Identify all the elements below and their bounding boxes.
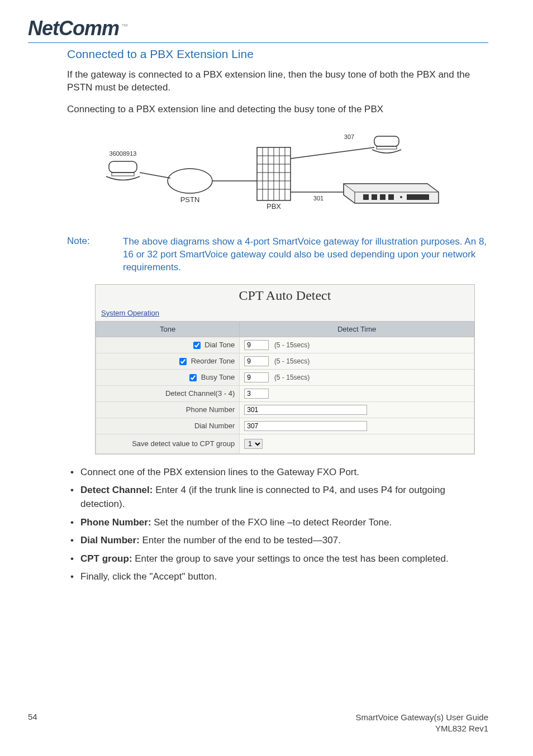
pbx-label: PBX (266, 202, 281, 210)
save-cpt-group-select[interactable]: 1 (244, 439, 263, 449)
section-paragraph-2: Connecting to a PBX extension line and d… (67, 103, 488, 116)
page-number: 54 (28, 712, 37, 734)
cpt-panel-title: CPT Auto Detect (96, 285, 474, 307)
footer-doc-id: YML832 Rev1 (355, 723, 488, 734)
gateway-device-icon (344, 184, 439, 203)
svg-rect-25 (407, 194, 429, 200)
reorder-tone-hint: (5 - 15secs) (274, 357, 310, 365)
dial-number-label: Dial Number (96, 418, 240, 434)
phone-number-input[interactable] (244, 405, 367, 415)
phone-307-icon (372, 136, 401, 153)
dial-tone-input[interactable] (244, 340, 269, 350)
svg-point-3 (168, 169, 212, 193)
svg-rect-22 (380, 194, 386, 200)
svg-rect-1 (112, 173, 134, 176)
svg-point-24 (400, 196, 402, 198)
dial-tone-hint: (5 - 15secs) (274, 341, 310, 349)
busy-tone-checkbox[interactable] (189, 374, 197, 381)
bullet-connect: Connect one of the PBX extension lines t… (67, 466, 488, 480)
note-body: The above diagrams show a 4-port SmartVo… (123, 236, 488, 274)
footer-guide-title: SmartVoice Gateway(s) User Guide (355, 712, 488, 723)
bullet-detect-channel: Detect Channel: Enter 4 (if the trunk li… (67, 484, 488, 511)
col-tone-header: Tone (96, 321, 240, 337)
note-label: Note: (67, 236, 123, 274)
ext-307-label: 307 (344, 133, 354, 140)
pstn-label: PSTN (180, 195, 200, 204)
system-operation-link[interactable]: System Operation (101, 309, 159, 317)
brand-logo: NetComm (28, 17, 119, 40)
ext-301-label: 301 (313, 195, 323, 202)
svg-rect-18 (374, 136, 399, 146)
svg-line-17 (291, 147, 374, 159)
page-footer: 54 SmartVoice Gateway(s) User Guide YML8… (28, 712, 488, 734)
col-detect-time-header: Detect Time (240, 321, 474, 337)
bullet-dial-number: Dial Number: Enter the number of the end… (67, 534, 488, 548)
busy-tone-input[interactable] (244, 372, 269, 382)
busy-tone-hint: (5 - 15secs) (274, 374, 310, 381)
brand-header: NetComm ™ (28, 17, 488, 43)
phone-left-icon (106, 161, 140, 180)
save-cpt-group-label: Save detect value to CPT group (96, 434, 240, 453)
bullet-cpt-group: CPT group: Enter the group to save your … (67, 552, 488, 566)
connection-diagram: 36008913 PSTN (95, 125, 453, 226)
phone-number-label: Phone Number (96, 401, 240, 418)
ext-left-label: 36008913 (110, 150, 137, 157)
svg-line-2 (140, 173, 170, 178)
cpt-auto-detect-panel: CPT Auto Detect System Operation Tone De… (95, 284, 475, 454)
section-title: Connected to a PBX Extension Line (67, 47, 488, 61)
reorder-tone-input[interactable] (244, 356, 269, 366)
reorder-tone-checkbox[interactable] (179, 358, 187, 365)
busy-tone-label: Busy Tone (201, 373, 235, 381)
pstn-cloud-icon (168, 169, 212, 193)
dial-tone-checkbox[interactable] (193, 342, 201, 349)
detect-channel-label: Detect Channel(3 - 4) (96, 385, 240, 401)
pbx-tower-icon (257, 147, 291, 200)
svg-rect-0 (109, 161, 137, 173)
bullet-phone-number: Phone Number: Set the number of the FXO … (67, 516, 488, 530)
note-row: Note: The above diagrams show a 4-port S… (67, 236, 488, 274)
svg-rect-21 (372, 194, 377, 200)
dial-number-input[interactable] (244, 421, 367, 431)
trademark-symbol: ™ (121, 22, 128, 30)
bullet-accept: Finally, click the "Accept" button. (67, 570, 488, 584)
detect-channel-input[interactable] (244, 389, 269, 399)
instruction-list: Connect one of the PBX extension lines t… (67, 466, 488, 584)
dial-tone-label: Dial Tone (204, 341, 235, 349)
reorder-tone-label: Reorder Tone (191, 357, 235, 365)
svg-rect-20 (363, 194, 369, 200)
section-paragraph-1: If the gateway is connected to a PBX ext… (67, 69, 488, 94)
svg-rect-23 (388, 194, 394, 200)
